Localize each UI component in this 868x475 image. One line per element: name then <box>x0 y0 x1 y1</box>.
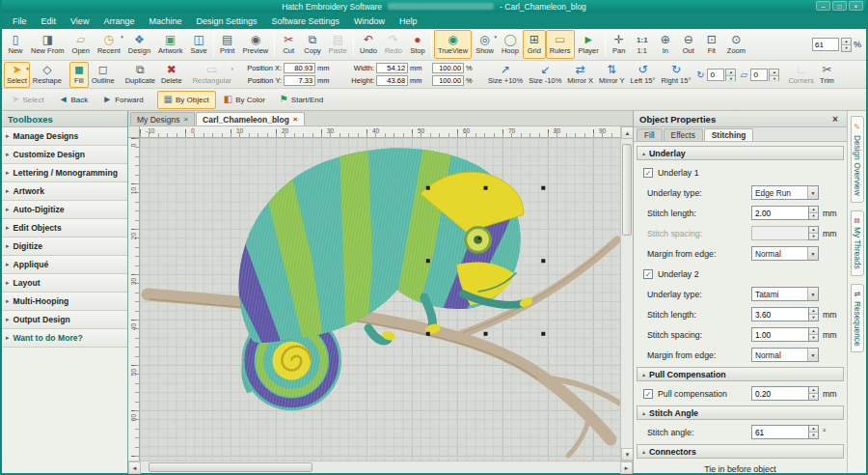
reshape-button[interactable]: ◇Reshape <box>30 62 65 88</box>
undo-button[interactable]: ↶Undo <box>356 30 381 59</box>
toolbox-lettering-monogramming[interactable]: ▸Lettering / Monogramming <box>2 164 127 182</box>
side-tab-resequence[interactable]: ⇅Resequence <box>851 284 864 352</box>
hoop-button[interactable]: ◯Hoop <box>498 30 523 59</box>
tab-close-icon[interactable]: × <box>183 115 188 124</box>
menu-help[interactable]: Help <box>393 14 424 28</box>
preview-button[interactable]: ◉Preview <box>239 30 273 59</box>
recent-button[interactable]: ◷Recent▾ <box>94 30 124 59</box>
menu-machine[interactable]: Machine <box>142 14 188 28</box>
spin-up-icon[interactable]: ▲ <box>809 207 818 213</box>
menu-view[interactable]: View <box>64 14 95 28</box>
design-button[interactable]: ❖Design <box>124 30 154 59</box>
toolbox-layout[interactable]: ▸Layout <box>2 274 127 293</box>
grid-button[interactable]: ⊞Grid <box>523 30 546 59</box>
zoom-spinner[interactable]: ▲ ▼ <box>841 38 852 52</box>
select-button[interactable]: ➤Select▾ <box>4 62 30 88</box>
horizontal-scroll-thumb[interactable] <box>149 462 312 472</box>
panel-close-icon[interactable]: × <box>829 114 841 125</box>
minimize-button[interactable]: – <box>816 1 830 11</box>
by-object-button[interactable]: ▦By Object <box>157 91 216 109</box>
scroll-left-icon[interactable]: ◄ <box>128 461 141 474</box>
scale-y-input[interactable] <box>432 75 464 86</box>
new-from-button[interactable]: ◨New From <box>27 30 68 59</box>
rulers-button[interactable]: ▭Rulers <box>546 30 575 59</box>
by-color-button[interactable]: ◧By Color <box>217 91 272 109</box>
spin-down-icon[interactable]: ▼ <box>809 433 818 438</box>
horizontal-scroll-track[interactable] <box>141 461 620 473</box>
menu-software-settings[interactable]: Software Settings <box>265 14 347 28</box>
trim-button[interactable]: ✂Trim <box>817 62 837 88</box>
underlay-1-type-select[interactable]: Edge Run▼ <box>751 185 819 200</box>
player-button[interactable]: ►Player <box>575 30 603 59</box>
scale-x-input[interactable] <box>432 63 464 73</box>
duplicate-button[interactable]: ⧉Duplicate <box>122 62 158 88</box>
vertical-scroll-track[interactable] <box>621 139 633 448</box>
spin-down-icon[interactable]: ▼ <box>770 76 778 82</box>
underlay-2-stitch-length-spin[interactable]: ▲▼ <box>751 307 819 321</box>
toolbox-edit-objects[interactable]: ▸Edit Objects <box>2 219 127 238</box>
pull-compensation-section[interactable]: ▴Pull Compensation <box>637 367 844 381</box>
position-y-input[interactable] <box>284 75 315 86</box>
new-button[interactable]: ▯New <box>4 30 27 59</box>
vertical-scrollbar[interactable]: ▲ ▼ <box>620 126 633 461</box>
fill-button[interactable]: ◼Fill <box>69 62 89 88</box>
toolbox-appliqu[interactable]: ▸Appliqué <box>2 256 127 274</box>
stitch-angle-spinner[interactable]: ▲▼ <box>808 425 819 439</box>
scroll-right-icon[interactable]: ► <box>620 461 633 474</box>
artwork-button[interactable]: ▣Artwork <box>154 30 186 59</box>
tab-carl-chameleon-blog[interactable]: Carl_Chameleon_blog × <box>196 112 304 126</box>
underlay-1-checkbox[interactable]: ✓ <box>643 168 653 178</box>
stitch-angle-section[interactable]: ▴Stitch Angle <box>637 405 844 420</box>
menu-edit[interactable]: Edit <box>35 14 64 28</box>
pan-button[interactable]: ✛Pan <box>608 30 631 59</box>
properties-tab-fill[interactable]: Fill <box>637 128 663 141</box>
spin-up-icon[interactable]: ▲ <box>809 328 818 335</box>
start-end-button[interactable]: ⚑Start/End <box>273 91 330 109</box>
pull-compensation-spin[interactable]: ▲▼ <box>751 386 819 401</box>
tab-close-icon[interactable]: × <box>293 115 298 124</box>
outline-button[interactable]: ◻Outline <box>89 62 118 88</box>
underlay-2-type-select[interactable]: Tatami▼ <box>751 287 819 301</box>
spin-up-icon[interactable]: ▲ <box>842 39 851 45</box>
underlay-2-stitch-length-spinner[interactable]: ▲▼ <box>808 307 819 321</box>
underlay-1-stitch-length-spinner[interactable]: ▲▼ <box>808 206 819 220</box>
stop-button[interactable]: ●Stop <box>406 30 429 59</box>
print-button[interactable]: ▤Print <box>216 30 239 59</box>
zoom-level-input[interactable] <box>812 38 839 51</box>
underlay-2-stitch-spacing-spin[interactable]: ▲▼ <box>751 327 819 342</box>
copy-button[interactable]: ⧉Copy <box>300 30 325 59</box>
toolbox-manage-designs[interactable]: ▸Manage Designs <box>2 127 127 146</box>
properties-tab-stitching[interactable]: Stitching <box>704 128 754 141</box>
rotate-left-15-button[interactable]: ↺Left 15° <box>628 62 659 88</box>
close-button[interactable]: × <box>849 1 863 11</box>
spin-down-icon[interactable]: ▼ <box>726 76 735 82</box>
mirror-y-button[interactable]: ⇅Mirror Y <box>596 62 628 88</box>
skew-angle-input[interactable] <box>750 69 768 81</box>
size-minus-10-button[interactable]: ↙Size -10% <box>526 62 564 88</box>
toolbox-customize-design[interactable]: ▸Customize Design <box>2 146 127 164</box>
rotate-angle-spinner[interactable]: ▲▼ <box>725 69 736 81</box>
forward-button[interactable]: ►Forward <box>95 91 149 109</box>
underlay-section[interactable]: ▴Underlay <box>637 146 844 160</box>
properties-tab-effects[interactable]: Effects <box>664 128 703 141</box>
toolbox-digitize[interactable]: ▸Digitize <box>2 238 127 256</box>
vertical-scroll-thumb[interactable] <box>622 144 632 236</box>
cut-button[interactable]: ✂Cut <box>277 30 300 59</box>
stitch-angle-input[interactable] <box>751 425 808 439</box>
spin-up-icon[interactable]: ▲ <box>809 387 818 394</box>
horizontal-scrollbar[interactable]: ◄ ► <box>128 461 633 473</box>
underlay-1-stitch-length-input[interactable] <box>751 206 808 220</box>
pull-compensation-checkbox[interactable]: ✓ <box>643 389 653 399</box>
pull-compensation-spinner[interactable]: ▲▼ <box>808 386 819 401</box>
pull-compensation-input[interactable] <box>751 386 808 401</box>
trueview-button[interactable]: ◉TrueView <box>434 30 472 59</box>
menu-window[interactable]: Window <box>347 14 392 28</box>
rotate-angle-input[interactable] <box>707 69 724 81</box>
design-canvas[interactable] <box>140 138 620 461</box>
spin-down-icon[interactable]: ▼ <box>809 394 818 400</box>
menu-arrange[interactable]: Arrange <box>96 14 141 28</box>
spin-down-icon[interactable]: ▼ <box>809 335 818 341</box>
zoom-button[interactable]: ⊙Zoom <box>723 30 749 59</box>
height-input[interactable] <box>376 75 408 86</box>
underlay-1-stitch-length-spin[interactable]: ▲▼ <box>751 206 819 220</box>
